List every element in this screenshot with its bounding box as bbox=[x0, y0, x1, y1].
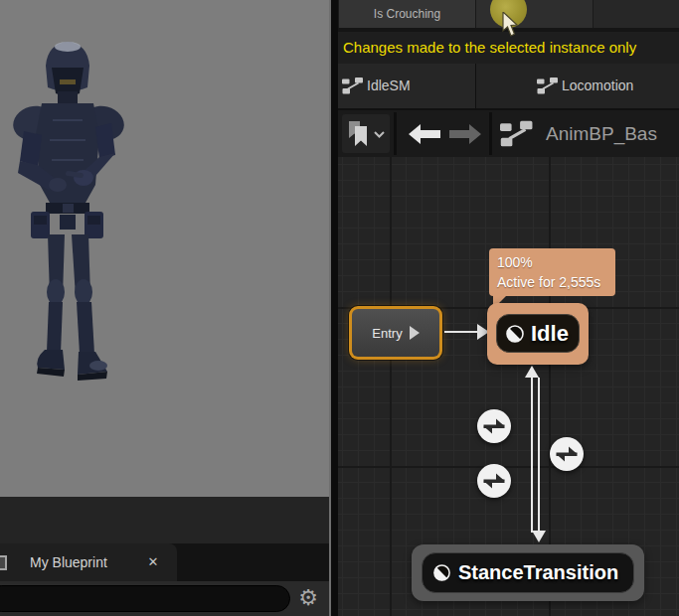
animation-blueprint-editor: My Blueprint ✕ ⚙ Is Crouching Changes ma… bbox=[0, 0, 679, 616]
transition-rule-node[interactable] bbox=[477, 464, 511, 498]
entry-node[interactable]: Entry bbox=[349, 306, 442, 360]
toolbar-divider bbox=[489, 112, 492, 155]
tab-idlesm[interactable]: IdleSM bbox=[338, 64, 475, 108]
tab-locomotion[interactable]: Locomotion bbox=[476, 64, 679, 108]
state-node-body: Idle bbox=[496, 314, 580, 353]
viewport-toolbar bbox=[0, 497, 329, 543]
property-label: Is Crouching bbox=[339, 0, 475, 28]
transition-wire[interactable] bbox=[538, 378, 540, 533]
tab-label: My Blueprint bbox=[30, 543, 107, 581]
panel-tab-bar: My Blueprint ✕ bbox=[0, 543, 329, 581]
entry-node-label: Entry bbox=[372, 326, 402, 341]
state-node-body: StanceTransition bbox=[422, 552, 634, 593]
play-icon bbox=[410, 326, 420, 340]
graph-nav-toolbar: AnimBP_Bas bbox=[338, 110, 679, 157]
state-node-stance-transition[interactable]: StanceTransition bbox=[412, 544, 644, 601]
state-weight-tooltip: 100% Active for 2,555s bbox=[489, 248, 615, 296]
state-machine-icon bbox=[537, 77, 559, 94]
state-node-label: Idle bbox=[531, 321, 569, 347]
state-node-idle[interactable]: Idle bbox=[487, 303, 589, 365]
state-machine-graph[interactable]: Entry 100% Active for 2,555s bbox=[338, 157, 679, 616]
gear-icon[interactable]: ⚙ bbox=[294, 584, 322, 612]
tooltip-weight: 100% bbox=[497, 252, 607, 272]
graph-breadcrumb-title[interactable]: AnimBP_Bas bbox=[546, 110, 657, 157]
tooltip-active-time: Active for 2,555s bbox=[497, 272, 607, 292]
tab-label: Locomotion bbox=[562, 64, 633, 108]
blueprint-search-row: ⚙ bbox=[0, 581, 329, 616]
chevron-down-icon bbox=[373, 130, 386, 139]
blueprint-icon bbox=[0, 555, 7, 570]
transition-rule-node[interactable] bbox=[550, 437, 584, 471]
anim-state-icon bbox=[432, 563, 451, 582]
graph-panel: Is Crouching Changes made to the selecte… bbox=[338, 0, 679, 616]
search-input[interactable] bbox=[0, 585, 290, 612]
transition-arrowhead bbox=[532, 531, 546, 542]
state-machine-icon bbox=[500, 120, 534, 148]
bidirectional-arrow-icon bbox=[482, 414, 506, 438]
transition-wire[interactable] bbox=[531, 378, 533, 533]
mouse-cursor-icon bbox=[502, 12, 522, 38]
entry-node-body: Entry bbox=[352, 309, 439, 357]
character-preview-mesh bbox=[8, 36, 157, 395]
forward-arrow-icon[interactable] bbox=[449, 124, 481, 144]
property-row-filler bbox=[594, 0, 679, 28]
transition-rule-node[interactable] bbox=[477, 409, 511, 443]
state-machine-icon bbox=[342, 77, 364, 94]
bookmark-icon bbox=[348, 120, 368, 147]
bidirectional-arrow-icon bbox=[482, 469, 506, 493]
anim-state-icon bbox=[505, 324, 525, 344]
bidirectional-arrow-icon bbox=[555, 442, 579, 466]
transition-wire[interactable] bbox=[444, 331, 480, 333]
bookmarks-button[interactable] bbox=[342, 114, 390, 153]
back-arrow-icon[interactable] bbox=[409, 124, 440, 144]
transition-arrowhead bbox=[525, 366, 539, 378]
tab-my-blueprint[interactable]: My Blueprint ✕ bbox=[0, 543, 177, 581]
state-node-label: StanceTransition bbox=[458, 561, 618, 584]
close-icon[interactable]: ✕ bbox=[142, 552, 164, 572]
document-tab-bar: IdleSM Locomotion bbox=[338, 64, 679, 110]
preview-viewport[interactable] bbox=[0, 0, 329, 497]
panel-splitter-shadow bbox=[331, 0, 338, 616]
tab-label: IdleSM bbox=[367, 64, 411, 108]
toolbar-divider bbox=[394, 112, 397, 155]
